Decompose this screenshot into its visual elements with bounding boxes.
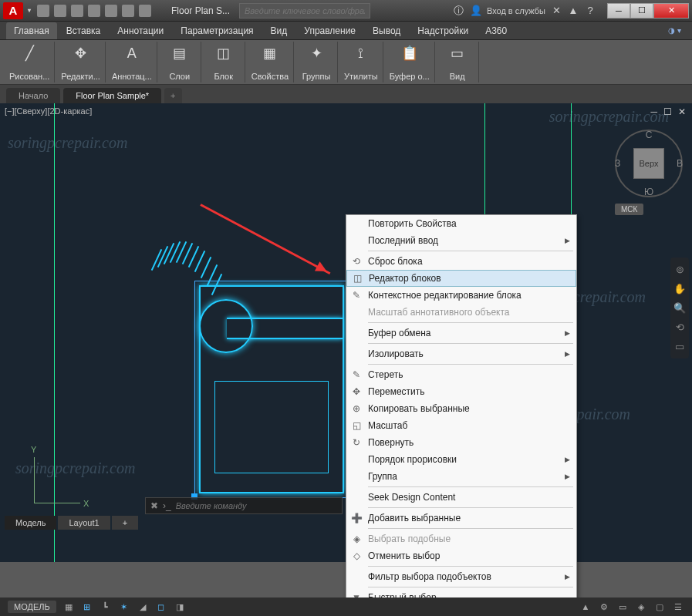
tab-start[interactable]: Начало [6,88,60,103]
close-button[interactable]: ✕ [653,3,689,19]
menu-item[interactable]: ✎Контекстное редактирование блока [346,287,576,304]
menu-item[interactable]: Порядок прорисовки▶ [346,451,576,468]
minimize-button[interactable]: ─ [607,3,630,19]
tab-a360[interactable]: A360 [478,22,515,39]
viewcube-top[interactable]: Верх [633,148,664,179]
menu-item-icon: ✎ [349,288,363,302]
exchange-icon[interactable]: ✕ [550,5,562,17]
ribbon-annotate[interactable]: AАннотац... [107,42,157,82]
viewcube[interactable]: С Ю З В Верх МСК [615,116,683,215]
drawing-area[interactable]: [−][Сверху][2D-каркас] ─ ☐ ✕ soringpcrep… [0,103,692,562]
clean-screen-icon[interactable]: ▢ [653,601,666,613]
ribbon-minimize-icon[interactable]: ◑ ▾ [668,26,681,35]
a360-icon[interactable]: ▲ [567,5,579,17]
qat-save-icon[interactable] [71,5,83,17]
wrench-icon[interactable]: ✖ [150,500,158,511]
orbit-icon[interactable]: ⟲ [676,321,684,333]
document-tabs: Начало Floor Plan Sample* + [0,85,692,103]
qat-print-icon[interactable] [105,5,117,17]
ribbon-view[interactable]: ▭Вид [437,42,479,82]
steering-wheel-icon[interactable]: ⊚ [676,264,684,275]
view-icon: ▭ [447,43,468,63]
polar-icon[interactable]: ✶ [118,601,130,613]
text-icon: A [122,43,142,63]
tab-parametric[interactable]: Параметризация [173,22,261,39]
x-label: X [83,499,89,508]
command-line[interactable]: ✖ ›_ [145,497,343,514]
tab-home[interactable]: Главная [6,22,57,39]
menu-item[interactable]: ↻Повернуть [346,434,576,451]
menu-item[interactable]: Изолировать▶ [346,345,576,362]
tab-manage[interactable]: Управление [296,22,363,39]
menu-item[interactable]: Повторить Свойства [346,215,576,232]
help-icon[interactable]: ? [584,5,596,17]
isoplane-icon[interactable]: ◢ [137,601,149,613]
menu-separator [368,486,573,487]
annotation-scale-icon[interactable]: ▲ [579,601,592,613]
3dosnap-icon[interactable]: ◨ [174,601,186,613]
qat-open-icon[interactable] [54,5,66,17]
workspace-icon[interactable]: ⚙ [598,601,610,613]
menu-separator [368,528,573,529]
info-icon[interactable]: ⓘ [453,5,465,17]
qat-undo-icon[interactable] [122,5,134,17]
tab-model[interactable]: Модель [5,516,56,530]
ortho-icon[interactable]: ┗ [100,601,112,613]
qat-redo-icon[interactable] [139,5,151,17]
snap-icon[interactable]: ⊞ [81,601,93,613]
ribbon-utilities[interactable]: ⟟Утилиты [339,42,383,82]
menu-item[interactable]: ◫Редактор блоков [346,270,576,287]
menu-item[interactable]: ⟲Сброс блока [346,253,576,270]
login-link[interactable]: Вход в службы [487,6,545,15]
menu-item[interactable]: Группа▶ [346,468,576,485]
model-space-button[interactable]: МОДЕЛЬ [8,601,56,613]
ribbon-clipboard[interactable]: 📋Буфер о... [385,42,435,82]
app-logo[interactable]: A [3,2,23,19]
ribbon-edit[interactable]: ✥Редакти... [56,42,106,82]
tab-addins[interactable]: Надстройки [410,22,476,39]
menu-item[interactable]: Последний ввод▶ [346,232,576,249]
pan-icon[interactable]: ✋ [673,283,686,295]
tab-floorplan[interactable]: Floor Plan Sample* [63,88,161,103]
qat-new-icon[interactable] [37,5,49,17]
menu-item[interactable]: ◱Масштаб [346,417,576,434]
chevron-icon[interactable]: ›_ [163,500,171,511]
ribbon-properties[interactable]: ▦Свойства [247,42,294,82]
command-input[interactable] [176,501,337,510]
maximize-button[interactable]: ☐ [630,3,653,19]
tab-view[interactable]: Вид [263,22,295,39]
coordinate-system[interactable]: МСК [615,204,643,215]
qat-saveas-icon[interactable] [88,5,100,17]
tab-output[interactable]: Вывод [365,22,408,39]
menu-item[interactable]: ➕Добавить выбранные [346,510,576,527]
monitor-icon[interactable]: ▭ [616,601,629,613]
zoom-icon[interactable]: 🔍 [673,302,686,314]
search-input[interactable] [239,3,370,19]
layers-icon: ▤ [170,43,190,63]
tab-insert[interactable]: Вставка [59,22,109,39]
tab-add-layout[interactable]: + [112,516,138,530]
menu-item[interactable]: ✎Стереть [346,366,576,383]
menu-item[interactable]: ✥Переместить [346,383,576,400]
showmotion-icon[interactable]: ▭ [675,341,684,352]
ribbon-groups[interactable]: ✦Группы [295,42,338,82]
customize-icon[interactable]: ☰ [672,601,684,613]
door-panel [227,318,343,339]
menu-item[interactable]: Фильтр выбора подобъектов▶ [346,568,576,585]
ribbon-layers[interactable]: ▤Слои [159,42,201,82]
tab-layout1[interactable]: Layout1 [58,516,110,530]
tab-annotate[interactable]: Аннотации [110,22,171,39]
isolate-icon[interactable]: ◈ [635,601,647,613]
osnap-icon[interactable]: ◻ [155,601,167,613]
menu-item[interactable]: Буфер обмена▶ [346,325,576,342]
menu-item[interactable]: ◇Отменить выбор [346,547,576,564]
tab-new[interactable]: + [164,88,181,103]
view-controls[interactable]: [−][Сверху][2D-каркас] [5,106,92,116]
submenu-arrow-icon: ▶ [565,350,570,358]
ribbon-block[interactable]: ◫Блок [203,42,245,82]
grid-icon[interactable]: ▦ [62,601,75,613]
menu-item[interactable]: ⊕Копировать выбранные [346,400,576,417]
user-icon[interactable]: 👤 [470,5,482,17]
menu-item[interactable]: Seek Design Content [346,489,576,506]
ribbon-draw[interactable]: ╱Рисован... [5,42,55,82]
